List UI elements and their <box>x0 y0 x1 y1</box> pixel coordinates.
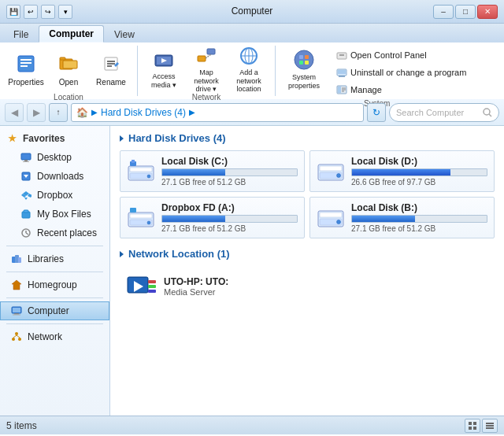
svg-rect-92 <box>469 427 472 430</box>
sidebar-item-libraries[interactable]: Libraries <box>0 249 109 268</box>
network-info-uto: UTO-HP: UTO: Media Server <box>164 276 228 297</box>
sidebar-item-desktop[interactable]: Desktop <box>0 148 109 167</box>
svg-point-74 <box>337 173 341 177</box>
disk-info-b: Local Disk (B:) 27.1 GB free of 51.2 GB <box>351 202 487 233</box>
svg-point-68 <box>147 175 150 178</box>
sidebar-item-box-files[interactable]: My Box Files <box>0 205 109 224</box>
sidebar-item-dropbox[interactable]: Dropbox <box>0 186 109 205</box>
sidebar-divider-2 <box>6 272 103 272</box>
svg-point-83 <box>337 220 341 224</box>
ribbon-content: Properties Open <box>0 42 504 99</box>
ribbon-group-system: System properties Open Control Panel <box>282 46 478 96</box>
map-network-button[interactable]: Map network drive ▾ <box>187 47 226 91</box>
detail-view-button[interactable] <box>482 419 498 433</box>
svg-line-63 <box>13 335 17 338</box>
refresh-button[interactable]: ↻ <box>367 103 386 122</box>
svg-rect-1 <box>20 59 32 61</box>
svg-marker-46 <box>24 198 28 200</box>
maximize-button[interactable]: □ <box>455 5 476 19</box>
sidebar-item-homegroup[interactable]: Homegroup <box>0 275 109 294</box>
svg-rect-22 <box>299 55 303 59</box>
view-buttons <box>465 419 498 433</box>
svg-rect-70 <box>132 160 135 163</box>
manage-button[interactable]: Manage <box>331 82 472 98</box>
ribbon-group-location: Properties Open <box>6 46 138 96</box>
downloads-icon <box>20 170 32 183</box>
box-files-icon <box>20 208 32 220</box>
svg-point-36 <box>484 109 490 115</box>
rename-button[interactable]: Rename <box>91 47 131 91</box>
disk-item-c[interactable]: Local Disk (C:) 27.1 GB free of 51.2 GB <box>120 150 305 192</box>
svg-rect-26 <box>337 53 346 59</box>
svg-rect-88 <box>148 285 156 288</box>
rename-icon <box>98 51 124 76</box>
open-control-panel-button[interactable]: System properties <box>282 47 326 91</box>
tab-view[interactable]: View <box>104 26 145 42</box>
add-network-icon <box>236 45 261 67</box>
svg-rect-32 <box>338 87 341 93</box>
svg-line-64 <box>17 335 20 338</box>
qa-down-btn[interactable]: ▾ <box>58 5 72 19</box>
sidebar-divider-3 <box>6 297 103 298</box>
title-bar-left: 💾 ↩ ↪ ▾ <box>6 5 72 19</box>
svg-rect-81 <box>320 212 342 217</box>
sidebar-item-recent[interactable]: Recent places <box>0 224 109 242</box>
disk-bar-d <box>351 168 487 176</box>
svg-point-62 <box>18 338 21 341</box>
tab-file[interactable]: File <box>3 26 39 42</box>
access-media-button[interactable]: Access media ▾ <box>144 47 183 91</box>
back-button[interactable]: ◀ <box>5 103 24 122</box>
svg-rect-90 <box>469 422 472 425</box>
network-sub: Media Server <box>164 287 228 297</box>
properties-button[interactable]: Properties <box>6 47 46 91</box>
search-placeholder: Search Computer <box>396 108 464 117</box>
minimize-button[interactable]: – <box>433 5 454 19</box>
sidebar-divider-1 <box>6 246 103 246</box>
network-item-uto[interactable]: UTO-HP: UTO: Media Server <box>120 266 495 307</box>
disk-item-d[interactable]: Local Disk (D:) 26.6 GB free of 97.7 GB <box>309 150 495 192</box>
hard-disk-section-title: Hard Disk Drives (4) <box>120 132 495 144</box>
breadcrumb[interactable]: 🏠 ▶ Hard Disk Drives (4) ▶ <box>71 103 364 122</box>
svg-rect-93 <box>473 427 476 430</box>
svg-point-61 <box>12 338 15 341</box>
breadcrumb-sep1: ▶ <box>91 108 98 116</box>
disk-fill-c <box>162 169 225 176</box>
disk-icon-c <box>127 159 155 184</box>
svg-rect-87 <box>148 280 156 283</box>
sidebar-divider-4 <box>6 323 103 324</box>
system-properties-button[interactable]: Uninstall or change a program <box>331 65 472 80</box>
disk-icon-b <box>317 205 345 231</box>
uninstall-button[interactable]: Open Control Panel <box>331 47 472 63</box>
sidebar-item-computer[interactable]: Computer <box>0 301 109 320</box>
svg-rect-76 <box>130 214 152 218</box>
sidebar-favorites-header: ★ Favorites <box>0 129 109 148</box>
desktop-icon <box>20 151 32 164</box>
sidebar-item-downloads[interactable]: Downloads <box>0 167 109 186</box>
open-icon <box>56 51 81 76</box>
svg-line-51 <box>26 233 28 235</box>
disk-name-b: Local Disk (B:) <box>351 202 487 213</box>
up-button[interactable]: ↑ <box>49 103 68 122</box>
map-network-icon <box>194 45 219 67</box>
open-button[interactable]: Open <box>49 47 88 91</box>
qa-save-btn[interactable]: 💾 <box>6 5 20 19</box>
svg-rect-79 <box>130 208 136 212</box>
large-icon-view-button[interactable] <box>465 419 480 433</box>
disk-item-b[interactable]: Local Disk (B:) 27.1 GB free of 51.2 GB <box>309 197 495 238</box>
close-button[interactable]: ✕ <box>477 5 498 19</box>
forward-button[interactable]: ▶ <box>27 103 46 122</box>
disk-info-a: Dropbox FD (A:) 27.1 GB free of 51.2 GB <box>161 202 298 233</box>
search-icon <box>483 108 492 117</box>
qa-redo-btn[interactable]: ↪ <box>41 5 55 19</box>
computer-icon <box>10 305 23 317</box>
add-network-button[interactable]: Add a network location <box>229 47 269 91</box>
disk-fill-b <box>352 216 415 222</box>
tab-computer[interactable]: Computer <box>39 25 104 42</box>
search-bar[interactable]: Search Computer <box>389 103 499 122</box>
svg-rect-14 <box>198 56 206 61</box>
disk-item-a[interactable]: Dropbox FD (A:) 27.1 GB free of 51.2 GB <box>120 197 305 238</box>
sidebar-item-network[interactable]: Network <box>0 327 109 346</box>
qa-undo-btn[interactable]: ↩ <box>24 5 38 19</box>
disk-free-c: 27.1 GB free of 51.2 GB <box>161 178 298 187</box>
disk-fill-d <box>352 169 450 176</box>
